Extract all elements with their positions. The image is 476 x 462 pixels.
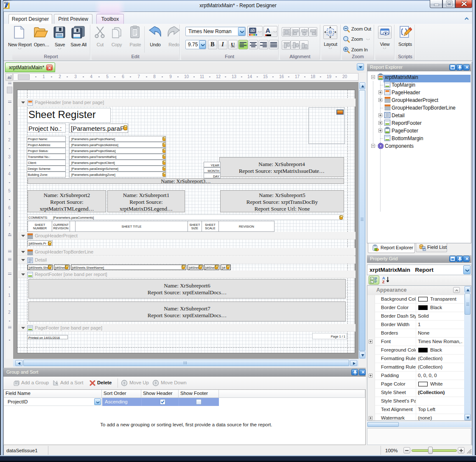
svg-text:Z: Z: [382, 280, 385, 284]
svg-text:+: +: [371, 277, 372, 280]
svg-text:+: +: [371, 281, 372, 283]
